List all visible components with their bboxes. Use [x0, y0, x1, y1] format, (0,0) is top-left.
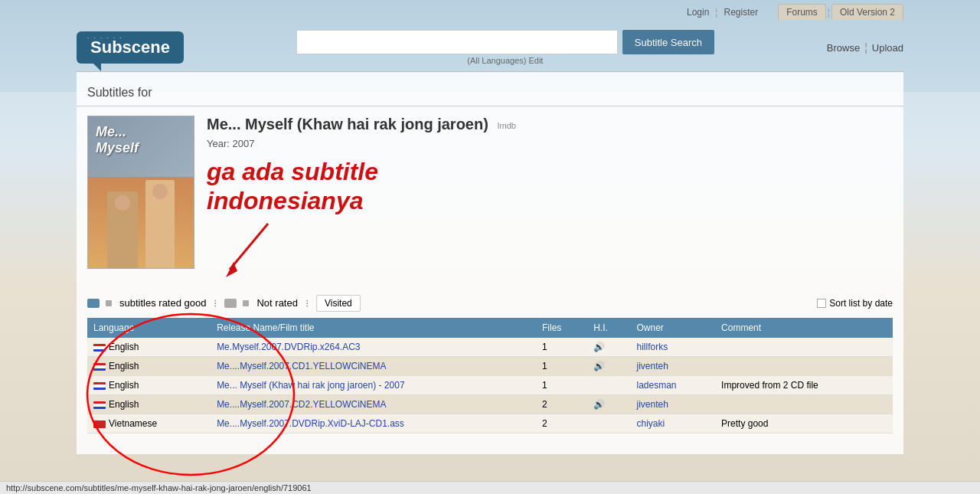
movie-poster: Me...Myself: [87, 116, 194, 269]
header-nav: Browse ¦ Upload: [827, 41, 903, 54]
cell-language: English: [87, 356, 211, 375]
hearing-impaired-icon: 🔊: [593, 342, 605, 352]
col-comment: Comment: [715, 318, 893, 338]
search-area: Subtitle Search (All Languages) Edit: [199, 30, 812, 65]
tab-not-rated-dot: [243, 300, 249, 306]
visited-button[interactable]: Visited: [316, 295, 361, 312]
cell-comment: Improved from 2 CD file: [715, 375, 893, 394]
cell-owner[interactable]: jiventeh: [631, 394, 716, 414]
svg-marker-1: [226, 262, 237, 277]
cell-owner[interactable]: ladesman: [631, 375, 716, 394]
movie-section: Me...Myself Me... Myself (Khaw hai rak j…: [77, 116, 903, 280]
table-section: subtitles rated good ⁝ Not rated ⁝ Visit…: [77, 295, 903, 433]
register-link[interactable]: Register: [719, 5, 763, 19]
flag-icon: [93, 382, 106, 390]
table-row[interactable]: VietnameseMe....Myself.2007.DVDRip.XviD-…: [87, 414, 893, 433]
table-row[interactable]: EnglishMe.Myself.2007.DVDRip.x264.AC31🔊h…: [87, 338, 893, 357]
table-row[interactable]: EnglishMe... Myself (Khaw hai rak jong j…: [87, 375, 893, 394]
tab-good-icon: [87, 299, 100, 308]
cell-owner[interactable]: jiventeh: [631, 356, 716, 375]
sort-button[interactable]: Sort list by date: [817, 298, 893, 309]
cell-release[interactable]: Me.Myself.2007.DVDRip.x264.AC3: [211, 338, 536, 357]
top-navigation: Login ¦ Register Forums ¦ Old Version 2: [77, 0, 903, 24]
cell-files: 1: [536, 338, 587, 357]
cell-release[interactable]: Me... Myself (Khaw hai rak jong jaroen) …: [211, 375, 536, 394]
hearing-impaired-icon: 🔊: [593, 361, 605, 371]
search-button[interactable]: Subtitle Search: [622, 30, 714, 54]
cell-hi: [587, 375, 630, 394]
svg-line-0: [230, 224, 268, 270]
cell-owner[interactable]: hillforks: [631, 338, 716, 357]
tab-good-label[interactable]: subtitles rated good: [119, 297, 206, 309]
col-files: Files: [536, 318, 587, 338]
cell-comment: [715, 338, 893, 357]
cell-language: English: [87, 338, 211, 357]
login-link[interactable]: Login: [682, 5, 714, 19]
forums-tab[interactable]: Forums: [778, 4, 826, 20]
movie-title: Me... Myself (Khaw hai rak jong jaroen) …: [207, 116, 893, 133]
logo-decoration: [92, 62, 101, 71]
cell-language: English: [87, 394, 211, 414]
cell-hi: 🔊: [587, 338, 630, 357]
cell-owner[interactable]: chiyaki: [631, 414, 716, 433]
search-input[interactable]: [296, 30, 618, 54]
cell-files: 1: [536, 375, 587, 394]
cell-hi: 🔊: [587, 356, 630, 375]
imdb-link[interactable]: Imdb: [497, 121, 515, 130]
annotation-overlay: ga ada subtitle indonesianya: [207, 157, 893, 280]
cell-release[interactable]: Me....Myself.2007.CD2.YELLOWCiNEMA: [211, 394, 536, 414]
cell-language: Vietnamese: [87, 414, 211, 433]
upload-link[interactable]: Upload: [872, 42, 903, 54]
main-content: Subtitles for Me...Myself Me... Myself (…: [77, 71, 903, 454]
col-hi: H.I.: [587, 318, 630, 338]
table-container: Language Release Name/Film title Files H…: [87, 318, 893, 433]
col-language: Language: [87, 318, 211, 338]
col-release: Release Name/Film title: [211, 318, 536, 338]
cell-comment: Pretty good: [715, 414, 893, 433]
site-header: Subscene Subtitle Search (All Languages)…: [77, 24, 903, 71]
cell-release[interactable]: Me....Myself.2007.DVDRip.XviD-LAJ-CD1.as…: [211, 414, 536, 433]
cell-files: 1: [536, 356, 587, 375]
annotation-text: ga ada subtitle indonesianya: [207, 157, 893, 216]
cell-hi: 🔊: [587, 394, 630, 414]
col-owner: Owner: [631, 318, 716, 338]
edit-language-link[interactable]: Edit: [528, 56, 543, 65]
table-body: EnglishMe.Myself.2007.DVDRip.x264.AC31🔊h…: [87, 338, 893, 433]
cell-comment: [715, 356, 893, 375]
cell-files: 2: [536, 414, 587, 433]
table-row[interactable]: EnglishMe....Myself.2007.CD1.YELLOWCiNEM…: [87, 356, 893, 375]
search-language-filter: (All Languages) Edit: [467, 56, 543, 65]
table-row[interactable]: EnglishMe....Myself.2007.CD2.YELLOWCiNEM…: [87, 394, 893, 414]
movie-year: Year: 2007: [207, 138, 893, 149]
movie-info: Me... Myself (Khaw hai rak jong jaroen) …: [207, 116, 893, 280]
search-row: Subtitle Search: [296, 30, 714, 54]
flag-icon: [93, 344, 106, 352]
cell-hi: [587, 414, 630, 433]
table-header: Language Release Name/Film title Files H…: [87, 318, 893, 338]
cell-release[interactable]: Me....Myself.2007.CD1.YELLOWCiNEMA: [211, 356, 536, 375]
site-logo[interactable]: Subscene: [77, 31, 184, 64]
tab-not-rated-icon: [224, 299, 237, 308]
hearing-impaired-icon: 🔊: [593, 399, 605, 410]
flag-icon: [93, 363, 106, 371]
page-heading: Subtitles for: [77, 80, 903, 106]
cell-language: English: [87, 375, 211, 394]
tab-good-dot: [106, 300, 112, 306]
subtitles-table: Language Release Name/Film title Files H…: [87, 318, 893, 433]
table-tabs: subtitles rated good ⁝ Not rated ⁝ Visit…: [87, 295, 893, 312]
cell-files: 2: [536, 394, 587, 414]
flag-icon: [93, 401, 106, 409]
status-bar: http://subscene.com/subtitles/me-myself-…: [0, 481, 980, 494]
sort-checkbox[interactable]: [817, 299, 826, 308]
annotation-arrow: [222, 216, 314, 277]
cell-comment: [715, 394, 893, 414]
flag-icon: [93, 420, 106, 428]
old-version-tab[interactable]: Old Version 2: [831, 4, 903, 20]
browse-link[interactable]: Browse: [827, 42, 860, 54]
tab-not-rated-label[interactable]: Not rated: [256, 297, 297, 309]
